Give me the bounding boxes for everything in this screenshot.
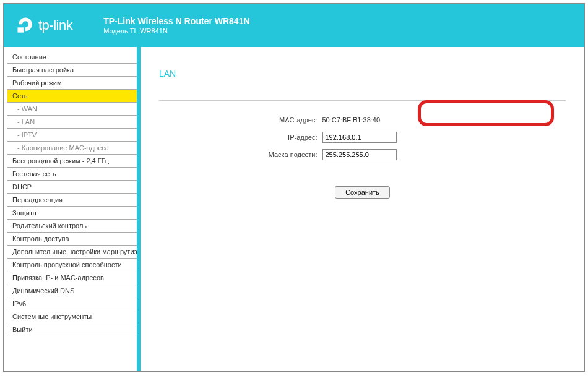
product-subtitle: Модель TL-WR841N: [103, 27, 249, 35]
header-titles: TP-Link Wireless N Router WR841N Модель …: [103, 16, 249, 35]
ip-label: IP-адрес:: [162, 134, 322, 141]
header: tp-link TP-Link Wireless N Router WR841N…: [4, 4, 584, 47]
sidebar-item-2[interactable]: Рабочий режим: [7, 77, 137, 90]
sidebar-item-0[interactable]: Состояние: [7, 51, 137, 64]
sidebar-item-11[interactable]: Переадресация: [7, 194, 137, 207]
sidebar-item-21[interactable]: Выйти: [7, 323, 137, 336]
sidebar-item-13[interactable]: Родительский контроль: [7, 220, 137, 233]
sidebar-item-19[interactable]: IPv6: [7, 297, 137, 310]
sidebar-item-20[interactable]: Системные инструменты: [7, 310, 137, 323]
mask-input[interactable]: [322, 149, 397, 160]
sidebar-item-1[interactable]: Быстрая настройка: [7, 64, 137, 77]
sidebar-item-5[interactable]: - LAN: [7, 116, 137, 129]
sidebar-item-3[interactable]: Сеть: [7, 90, 137, 103]
ip-input[interactable]: [322, 132, 397, 143]
ip-row: IP-адрес:: [162, 130, 564, 144]
sidebar-item-15[interactable]: Дополнительные настройки маршрутизации: [7, 246, 137, 258]
sidebar-item-17[interactable]: Привязка IP- и MAC-адресов: [7, 271, 137, 284]
sidebar: СостояниеБыстрая настройкаРабочий режимС…: [4, 47, 137, 371]
mac-label: MAC-адрес:: [162, 116, 322, 124]
sidebar-item-6[interactable]: - IPTV: [7, 129, 137, 142]
sidebar-item-14[interactable]: Контроль доступа: [7, 233, 137, 246]
brand-logo: tp-link: [16, 16, 72, 35]
product-title: TP-Link Wireless N Router WR841N: [103, 16, 249, 26]
sidebar-item-10[interactable]: DHCP: [7, 181, 137, 194]
sidebar-item-16[interactable]: Контроль пропускной способности: [7, 258, 137, 271]
page-title: LAN: [159, 69, 566, 79]
mask-row: Маска подсети:: [162, 148, 564, 161]
mask-label: Маска подсети:: [162, 151, 322, 158]
mac-value: 50:C7:BF:B1:38:40: [322, 116, 381, 124]
sidebar-item-18[interactable]: Динамический DNS: [7, 284, 137, 297]
divider: [159, 100, 566, 101]
svg-rect-0: [18, 27, 24, 32]
content-area: LAN MAC-адрес: 50:C7:BF:B1:38:40 IP-адре…: [141, 47, 584, 371]
sidebar-item-8[interactable]: Беспроводной режим - 2,4 ГГц: [7, 155, 137, 168]
sidebar-item-12[interactable]: Защита: [7, 207, 137, 220]
tplink-logo-icon: [16, 16, 35, 35]
sidebar-item-9[interactable]: Гостевая сеть: [7, 168, 137, 181]
sidebar-item-4[interactable]: - WAN: [7, 103, 137, 116]
save-button[interactable]: Сохранить: [335, 186, 390, 199]
brand-text: tp-link: [38, 17, 72, 33]
sidebar-item-7[interactable]: - Клонирование MAC-адреса: [7, 142, 137, 155]
mac-row: MAC-адрес: 50:C7:BF:B1:38:40: [162, 113, 564, 127]
